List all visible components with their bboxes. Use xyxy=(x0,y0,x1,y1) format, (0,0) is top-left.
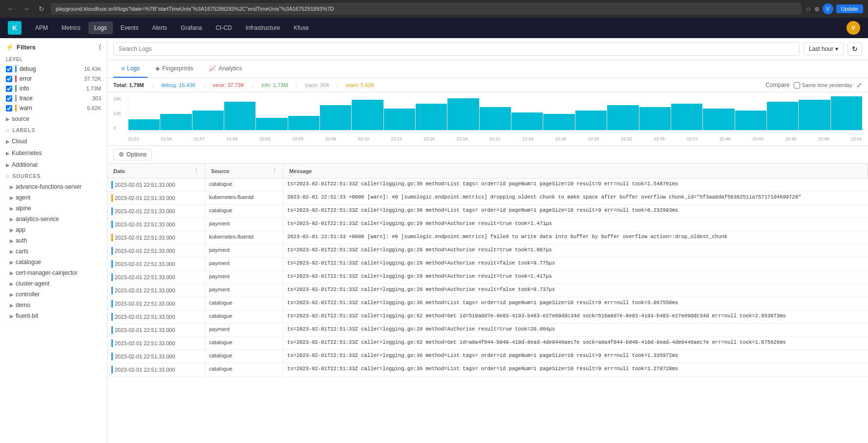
th-date-icon[interactable]: ⋮ xyxy=(193,168,199,174)
back-button[interactable]: ← xyxy=(5,4,17,14)
source-item-agent[interactable]: ▶agent xyxy=(0,192,107,203)
table-row[interactable]: 2023-02-01 22:51:33.000 catalogue ts=202… xyxy=(107,310,868,324)
chart-x-label-9: 22:16 xyxy=(424,136,435,141)
table-row[interactable]: 2023-02-01 22:51:33.000 catalogue ts=202… xyxy=(107,297,868,310)
chart-bar-6[interactable] xyxy=(320,105,351,130)
chart-bar-15[interactable] xyxy=(607,105,638,130)
table-row[interactable]: 2023-02-01 22:51:33.000 kubernetes-fluen… xyxy=(107,231,868,244)
same-time-checkbox-input[interactable] xyxy=(794,82,800,89)
nav-kfuse[interactable]: Kfuse xyxy=(288,22,315,34)
nav-apm[interactable]: APM xyxy=(29,22,54,34)
extensions-button[interactable]: ⊕ xyxy=(814,5,820,13)
tab-logs[interactable]: ≡ Logs xyxy=(113,60,148,78)
forward-button[interactable]: → xyxy=(21,4,32,14)
table-row[interactable]: 2023-02-01 22:51:33.000 kubernetes-fluen… xyxy=(107,192,868,205)
chart-bars[interactable] xyxy=(128,96,862,131)
update-button[interactable]: Update xyxy=(836,4,863,13)
search-input[interactable] xyxy=(113,42,800,56)
source-item-cert-manager-cainjector[interactable]: ▶cert-manager-cainjector xyxy=(0,267,107,278)
log-date-2: 2023-02-01 22:51:33.000 xyxy=(107,205,205,218)
chart-bar-8[interactable] xyxy=(384,109,415,130)
table-row[interactable]: 2023-02-01 22:51:33.000 payment ts=2023-… xyxy=(107,244,868,258)
table-row[interactable]: 2023-02-01 22:51:33.000 catalogue ts=202… xyxy=(107,363,868,377)
nav-grafana[interactable]: Grafana xyxy=(175,22,208,34)
chart-bar-11[interactable] xyxy=(480,107,511,130)
source-item-app[interactable]: ▶app xyxy=(0,224,107,235)
refresh-button[interactable]: ↻ xyxy=(847,42,862,56)
expand-chart-button[interactable]: ⤢ xyxy=(856,81,862,89)
source-items-list: ▶advance-functions-server▶agent▶alpine▶a… xyxy=(0,181,107,321)
chart-bar-18[interactable] xyxy=(703,109,734,130)
labels-header[interactable]: ○ LABELS xyxy=(0,125,107,135)
collapse-sidebar-button[interactable]: ⟨ xyxy=(99,43,101,51)
nav-events[interactable]: Events xyxy=(115,22,145,34)
source-item-cluster-agent[interactable]: ▶cluster-agent xyxy=(0,278,107,289)
bookmark-button[interactable]: ☆ xyxy=(805,5,811,13)
chart-bar-12[interactable] xyxy=(511,112,543,130)
source-expandable[interactable]: ▶ source xyxy=(0,113,107,125)
th-source-icon[interactable]: ⋮ xyxy=(272,168,277,174)
nav-alerts[interactable]: Alerts xyxy=(146,22,173,34)
chart-bar-19[interactable] xyxy=(735,111,766,130)
table-row[interactable]: 2023-02-01 22:51:33.000 payment ts=2023-… xyxy=(107,271,868,284)
source-item-auth[interactable]: ▶auth xyxy=(0,235,107,246)
table-row[interactable]: 2023-02-01 22:51:33.000 catalogue ts=202… xyxy=(107,337,868,350)
table-row[interactable]: 2023-02-01 22:51:33.000 payment ts=2023-… xyxy=(107,284,868,297)
source-item-controller[interactable]: ▶controller xyxy=(0,289,107,300)
tab-fingerprints[interactable]: ◈ Fingerprints xyxy=(148,60,201,78)
tab-analytics[interactable]: 📈 Analytics xyxy=(201,60,250,78)
table-row[interactable]: 2023-02-01 22:51:33.000 payment ts=2023-… xyxy=(107,324,868,337)
nav-cicd[interactable]: CI-CD xyxy=(210,22,237,34)
chart-bar-9[interactable] xyxy=(416,104,447,130)
chart-bar-5[interactable] xyxy=(288,116,319,130)
level-checkbox-error[interactable] xyxy=(6,76,12,82)
same-time-checkbox[interactable]: Same time yesterday xyxy=(794,82,852,89)
source-item-analytics-service[interactable]: ▶analytics-service xyxy=(0,214,107,224)
log-source-13: catalogue xyxy=(205,350,283,363)
profile-button[interactable]: V xyxy=(823,3,833,14)
table-row[interactable]: 2023-02-01 22:51:33.000 catalogue ts=202… xyxy=(107,178,868,192)
label-item-kubernetes[interactable]: ▶Kubernetes xyxy=(0,147,107,159)
chart-bar-13[interactable] xyxy=(543,114,574,130)
nav-infrastructure[interactable]: Infrastructure xyxy=(240,22,286,34)
label-item-cloud[interactable]: ▶Cloud xyxy=(0,135,107,147)
logs-table[interactable]: Date ⋮ Source ⋮ Message 2023-02-01 22:51… xyxy=(107,164,868,443)
level-checkbox-info[interactable] xyxy=(6,86,12,92)
chart-x-label-21: 22:48 xyxy=(818,136,829,141)
time-picker[interactable]: Last hour ▾ xyxy=(804,43,844,55)
source-item-advance-functions-server[interactable]: ▶advance-functions-server xyxy=(0,181,107,192)
options-button[interactable]: ⚙ Options xyxy=(113,149,152,160)
source-item-demo[interactable]: ▶demo xyxy=(0,300,107,310)
chart-bar-14[interactable] xyxy=(575,111,607,130)
chart-y-0: 0 xyxy=(113,126,127,131)
chart-bar-10[interactable] xyxy=(447,98,479,130)
label-item-additional[interactable]: ▶Additional xyxy=(0,159,107,171)
chart-bar-21[interactable] xyxy=(799,100,830,130)
chart-bar-16[interactable] xyxy=(639,107,671,130)
table-row[interactable]: 2023-02-01 22:51:33.000 catalogue ts=202… xyxy=(107,350,868,363)
chart-bar-1[interactable] xyxy=(160,114,191,130)
source-item-alpine[interactable]: ▶alpine xyxy=(0,203,107,214)
compare-button[interactable]: Compare xyxy=(765,82,789,89)
url-bar[interactable] xyxy=(51,3,802,15)
chart-bar-17[interactable] xyxy=(671,104,702,130)
source-item-catalogue[interactable]: ▶catalogue xyxy=(0,257,107,267)
source-item-fluent-bit[interactable]: ▶fluent-bit xyxy=(0,310,107,321)
nav-logs[interactable]: Logs xyxy=(88,22,113,34)
table-row[interactable]: 2023-02-01 22:51:33.000 payment ts=2023-… xyxy=(107,258,868,271)
chart-bar-4[interactable] xyxy=(256,118,287,130)
chart-bar-7[interactable] xyxy=(352,100,383,130)
table-row[interactable]: 2023-02-01 22:51:33.000 payment ts=2023-… xyxy=(107,218,868,231)
chart-bar-2[interactable] xyxy=(192,111,224,130)
nav-metrics[interactable]: Metrics xyxy=(56,22,86,34)
level-checkbox-debug[interactable] xyxy=(6,66,12,72)
chart-bar-0[interactable] xyxy=(128,119,160,130)
table-row[interactable]: 2023-02-01 22:51:33.000 catalogue ts=202… xyxy=(107,205,868,218)
level-checkbox-warn[interactable] xyxy=(6,105,12,111)
level-checkbox-trace[interactable] xyxy=(6,95,12,102)
chart-bar-3[interactable] xyxy=(224,102,255,130)
source-item-carts[interactable]: ▶carts xyxy=(0,246,107,257)
reload-button[interactable]: ↻ xyxy=(36,4,47,14)
chart-bar-20[interactable] xyxy=(767,102,798,130)
chart-bar-22[interactable] xyxy=(831,96,862,130)
